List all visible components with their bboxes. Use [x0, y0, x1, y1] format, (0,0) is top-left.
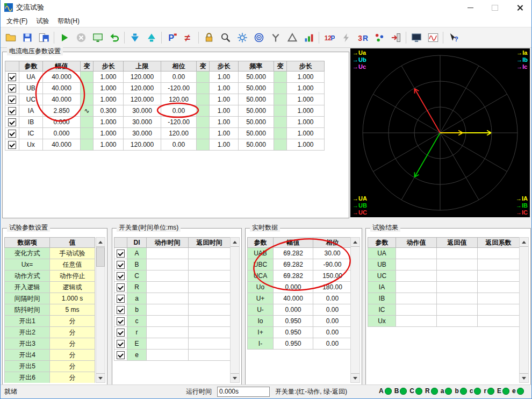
waveform-button[interactable]	[425, 30, 441, 46]
amplitude-cell[interactable]: 2.850	[43, 105, 81, 117]
checkbox[interactable]	[117, 306, 125, 314]
data-item-cell[interactable]: 防抖时间	[5, 304, 50, 316]
checkbox[interactable]	[8, 130, 16, 138]
checkbox[interactable]	[8, 107, 16, 115]
param-name-cell[interactable]: IA	[19, 105, 43, 117]
vary-phase-cell[interactable]	[197, 83, 210, 94]
di-name-cell[interactable]: E	[127, 338, 147, 350]
vary-phase-cell[interactable]	[197, 117, 210, 128]
vary-freq-cell[interactable]	[274, 139, 287, 151]
checkbox[interactable]	[117, 340, 125, 348]
amp-step-cell[interactable]: 1.000	[94, 117, 124, 128]
menu-help[interactable]: 帮助(H)	[53, 16, 84, 27]
freq-step-cell[interactable]: 1.000	[287, 72, 325, 83]
vary-freq-cell[interactable]	[274, 117, 287, 128]
brightness-button[interactable]	[234, 30, 250, 46]
amp-step-cell[interactable]: 1.000	[94, 83, 124, 94]
vary-freq-cell[interactable]	[274, 105, 287, 117]
menu-test[interactable]: 试验	[32, 16, 53, 27]
value-cell[interactable]: 分	[50, 350, 95, 361]
checkbox[interactable]	[117, 351, 125, 359]
vary-phase-cell[interactable]	[197, 105, 210, 117]
vary-phase-cell[interactable]	[197, 128, 210, 139]
value-cell[interactable]: 手动试验	[50, 248, 95, 259]
amplitude-cell[interactable]: 0.000	[43, 117, 81, 128]
target-button[interactable]	[250, 30, 267, 46]
not-equal-button[interactable]: ≠	[180, 30, 197, 46]
upper-limit-cell[interactable]: 30.000	[124, 128, 161, 139]
data-item-cell[interactable]: 开出5	[5, 361, 50, 372]
vary-amp-cell[interactable]	[81, 83, 94, 94]
data-item-cell[interactable]: 开入逻辑	[5, 282, 50, 293]
amp-step-cell[interactable]: 1.000	[94, 72, 124, 83]
upper-limit-cell[interactable]: 120.000	[124, 139, 161, 151]
checkbox[interactable]	[117, 329, 125, 337]
move-up-button[interactable]	[143, 30, 160, 46]
display-button[interactable]	[89, 30, 106, 46]
checkbox[interactable]	[8, 118, 16, 126]
frequency-cell[interactable]: 50.000	[239, 128, 274, 139]
param-name-cell[interactable]: IC	[19, 128, 43, 139]
vertical-scrollbar[interactable]	[96, 237, 105, 383]
value-cell[interactable]: 分	[50, 361, 95, 372]
delta-button[interactable]	[284, 30, 300, 46]
phase-step-cell[interactable]: 1.00	[210, 72, 239, 83]
frequency-cell[interactable]: 50.000	[239, 139, 274, 151]
vary-amp-cell[interactable]	[81, 139, 94, 151]
param-name-cell[interactable]: IB	[19, 117, 43, 128]
scroll-down-button[interactable]	[96, 373, 105, 382]
data-item-cell[interactable]: Ux=	[5, 259, 50, 270]
di-name-cell[interactable]: A	[127, 248, 147, 259]
reclose-3r-button[interactable]: 3R	[354, 30, 371, 46]
data-item-cell[interactable]: 开出2	[5, 327, 50, 338]
scroll-thumb[interactable]	[96, 247, 105, 267]
vary-amp-cell[interactable]	[81, 128, 94, 139]
phase-step-cell[interactable]: 1.00	[210, 128, 239, 139]
upper-limit-cell[interactable]: 120.000	[124, 94, 161, 105]
data-item-cell[interactable]: 开出6	[5, 372, 50, 383]
upper-limit-cell[interactable]: 30.000	[124, 105, 161, 117]
checkbox[interactable]	[117, 261, 125, 269]
freq-step-cell[interactable]: 1.000	[287, 117, 325, 128]
bar-chart-button[interactable]	[300, 30, 317, 46]
upper-limit-cell[interactable]: 120.000	[124, 72, 161, 83]
di-name-cell[interactable]: b	[127, 304, 147, 316]
stop-button[interactable]	[73, 30, 89, 46]
amp-step-cell[interactable]: 1.000	[94, 94, 124, 105]
vary-amp-cell[interactable]	[81, 117, 94, 128]
di-name-cell[interactable]: R	[127, 282, 147, 293]
value-cell[interactable]: 分	[50, 372, 95, 383]
checkbox[interactable]	[117, 283, 125, 291]
checkbox[interactable]	[117, 295, 125, 303]
value-cell[interactable]: 分	[50, 338, 95, 350]
menu-file[interactable]: 文件(F)	[2, 16, 32, 27]
vary-phase-cell[interactable]	[197, 72, 210, 83]
value-cell[interactable]: 动作停止	[50, 270, 95, 282]
zoom-button[interactable]	[217, 30, 234, 46]
vary-freq-cell[interactable]	[274, 128, 287, 139]
exit-button[interactable]	[387, 30, 404, 46]
amplitude-cell[interactable]: 40.000	[43, 83, 81, 94]
phase-step-cell[interactable]: 1.00	[210, 117, 239, 128]
save-report-button[interactable]	[35, 30, 52, 46]
frequency-cell[interactable]: 50.000	[239, 117, 274, 128]
checkbox[interactable]	[8, 141, 16, 149]
open-button[interactable]	[2, 30, 19, 46]
phase-cell[interactable]: 0.00	[161, 72, 197, 83]
di-name-cell[interactable]: e	[127, 350, 147, 361]
scroll-up-button[interactable]	[351, 238, 360, 247]
phase-cell[interactable]: 0.00	[161, 105, 197, 117]
phase-dots-button[interactable]	[371, 30, 387, 46]
upper-limit-cell[interactable]: 30.000	[124, 117, 161, 128]
vary-phase-cell[interactable]	[197, 139, 210, 151]
amplitude-cell[interactable]: 0.000	[43, 128, 81, 139]
harmonic-12p-button[interactable]: 12P	[321, 30, 337, 46]
save-button[interactable]	[19, 30, 35, 46]
move-down-button[interactable]	[126, 30, 143, 46]
di-name-cell[interactable]: c	[127, 316, 147, 327]
checkbox[interactable]	[8, 84, 16, 92]
di-name-cell[interactable]: C	[127, 270, 147, 282]
checkbox[interactable]	[117, 250, 125, 258]
freq-step-cell[interactable]: 1.000	[287, 94, 325, 105]
freq-step-cell[interactable]: 1.000	[287, 128, 325, 139]
